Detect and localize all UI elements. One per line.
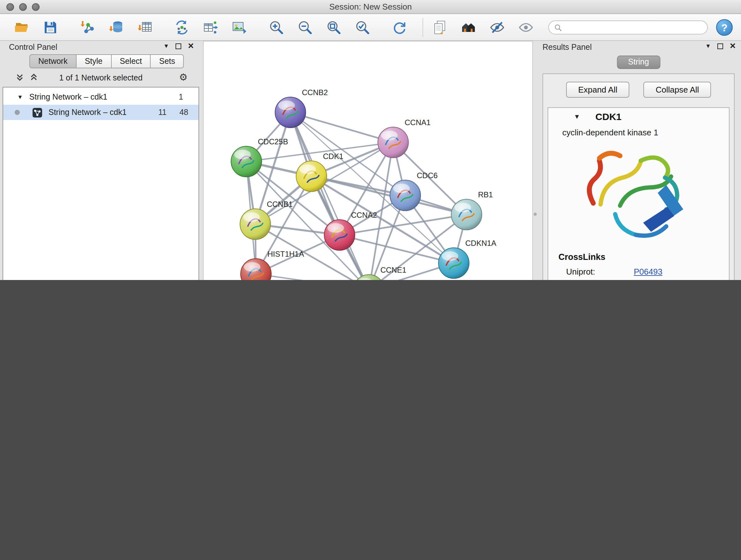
network-graph: CCNB2CCNA1CDC25BCDK1CDC6RB1CCNB1CCNA2CDK… [204, 42, 532, 280]
panel-close-icon[interactable]: ✕ [188, 43, 194, 49]
results-panel-title: Results Panel [542, 43, 592, 52]
zoom-window-button[interactable] [32, 3, 40, 11]
zoom-fit-icon [326, 19, 341, 35]
import-table-button[interactable] [136, 18, 154, 36]
copy-document-button[interactable] [431, 18, 449, 36]
traffic-lights [6, 3, 40, 11]
network-selection-summary: 1 of 1 Network selected [3, 73, 199, 82]
edge-HIST1H1A-CCNE1[interactable] [256, 274, 369, 280]
edge-CDK1-RB1[interactable] [312, 176, 467, 214]
gene-description: cyclin-dependent kinase 1 [562, 128, 729, 137]
gene-section-header[interactable]: ▼ CDK1 [548, 108, 729, 125]
panel-maximize-icon[interactable] [176, 43, 181, 49]
node-CCNB2[interactable] [275, 97, 306, 128]
tab-sets[interactable]: Sets [151, 54, 184, 68]
crosslinks-list: Uniprot:P06493GeneCard:P06493Compartment… [548, 267, 729, 280]
import-database-icon [109, 19, 124, 35]
network-row[interactable]: String Network – cdk1 11 48 [3, 105, 199, 120]
node-CDKN1A[interactable] [439, 248, 469, 278]
import-network-database-button[interactable] [107, 18, 125, 36]
tab-select[interactable]: Select [111, 54, 151, 68]
toolbar-separator [422, 17, 423, 37]
export-network-button[interactable] [173, 18, 191, 36]
hide-selected-button[interactable] [488, 18, 506, 36]
crosslink-link[interactable]: P06493 [634, 267, 663, 276]
network-list-toolbar: 1 of 1 Network selected ⚙ [3, 71, 199, 85]
node-label-HIST1H1A: HIST1H1A [267, 250, 304, 258]
node-label-CCNB2: CCNB2 [302, 88, 328, 97]
export-table-icon [203, 19, 218, 35]
search-box[interactable] [548, 20, 708, 35]
node-CCNB1[interactable] [240, 209, 271, 240]
minimize-window-button[interactable] [19, 3, 27, 11]
node-label-CDK1: CDK1 [323, 152, 343, 161]
node-CCNE1[interactable] [354, 274, 384, 280]
panel-float-icon[interactable]: ▼ [705, 43, 711, 49]
search-input[interactable] [565, 23, 702, 32]
results-panel: Results Panel ▼ ✕ String Expand All Coll… [536, 41, 741, 280]
import-network-file-button[interactable] [78, 18, 96, 36]
zoom-in-button[interactable] [267, 18, 285, 36]
tab-string[interactable]: String [616, 56, 660, 69]
crosslink-label: Uniprot: [566, 267, 634, 276]
panel-close-icon[interactable]: ✕ [730, 43, 736, 49]
panel-float-icon[interactable]: ▼ [163, 43, 169, 49]
collection-label: String Network – cdk1 [29, 92, 108, 102]
node-CDK1[interactable] [296, 161, 327, 192]
node-label-CCNA2: CCNA2 [351, 211, 377, 219]
zoom-fit-button[interactable] [325, 18, 343, 36]
documents-icon [432, 19, 448, 35]
tab-style[interactable]: Style [77, 54, 112, 68]
node-CDC25B[interactable] [231, 146, 262, 177]
show-all-button[interactable] [517, 18, 535, 36]
network-label: String Network – cdk1 [49, 108, 127, 117]
tab-network[interactable]: Network [29, 54, 77, 68]
network-view-canvas[interactable]: CCNB2CCNA1CDC25BCDK1CDC6RB1CCNB1CCNA2CDK… [203, 41, 533, 280]
help-button[interactable]: ? [716, 19, 733, 36]
results-panel-header: Results Panel ▼ ✕ [536, 41, 741, 54]
network-options-gear-icon[interactable]: ⚙ [179, 71, 188, 83]
node-HIST1H1A[interactable] [241, 259, 271, 280]
main-toolbar: ? [0, 14, 741, 41]
titlebar: Session: New Session [0, 0, 741, 14]
right-splitter-handle[interactable] [534, 212, 537, 216]
network-collection-row[interactable]: ▼ String Network – cdk1 1 [3, 89, 199, 105]
open-session-button[interactable] [13, 18, 30, 36]
refresh-icon [392, 19, 407, 35]
gene-section: ▼ CDK1 cyclin-dependent kinase 1 [548, 107, 730, 280]
search-icon [554, 23, 562, 32]
node-label-RB1: RB1 [478, 190, 493, 199]
edge-CCNB2-CCNA1[interactable] [290, 112, 393, 142]
collapse-all-button[interactable]: Collapse All [644, 82, 711, 98]
node-RB1[interactable] [451, 199, 482, 230]
home-button[interactable] [460, 18, 477, 36]
export-image-button[interactable] [230, 18, 248, 36]
close-window-button[interactable] [6, 3, 14, 11]
node-label-CDC6: CDC6 [417, 171, 437, 180]
edge-count: 48 [179, 108, 188, 117]
refresh-layout-button[interactable] [391, 18, 408, 36]
node-CCNA1[interactable] [378, 127, 408, 158]
string-results-box: Expand All Collapse All ▼ CDK1 cyclin-de… [542, 73, 735, 280]
panel-maximize-icon[interactable] [718, 43, 723, 49]
node-label-CCNB1: CCNB1 [267, 200, 293, 208]
save-icon [43, 19, 58, 35]
protein-structure-image [575, 142, 702, 246]
zoom-selected-icon [355, 19, 370, 35]
node-label-CCNE1: CCNE1 [381, 266, 406, 274]
zoom-selected-button[interactable] [354, 18, 372, 36]
collection-disclosure-icon[interactable]: ▼ [17, 94, 23, 100]
save-session-button[interactable] [42, 18, 59, 36]
window-title: Session: New Session [0, 0, 741, 13]
node-CDC6[interactable] [390, 180, 421, 211]
expand-all-button[interactable]: Expand All [566, 82, 630, 98]
application-window: Session: New Session [0, 0, 741, 280]
section-disclosure-icon[interactable]: ▼ [574, 113, 580, 120]
node-CCNA2[interactable] [324, 220, 355, 250]
import-table-icon [137, 19, 152, 35]
zoom-out-button[interactable] [296, 18, 314, 36]
control-panel-title: Control Panel [9, 43, 57, 52]
export-image-icon [232, 19, 247, 35]
export-table-button[interactable] [202, 18, 219, 36]
open-folder-icon [14, 19, 29, 35]
